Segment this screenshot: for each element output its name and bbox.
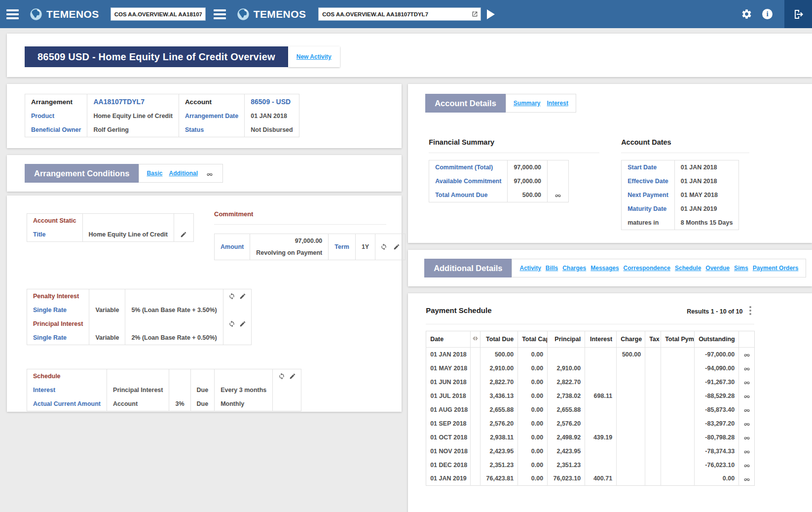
menu-icon[interactable] (6, 9, 19, 19)
value: 86509 - USD (245, 94, 299, 110)
edit-pencil-icon[interactable] (180, 231, 187, 238)
value (169, 383, 190, 397)
payment-row: 01 SEP 20182,576.200.002,576.20-83,297.2… (426, 417, 755, 431)
cell-value (645, 444, 661, 458)
cell-value (617, 389, 645, 403)
value: 3% (169, 397, 190, 411)
cell-value: 2,910.00 (548, 361, 585, 375)
payment-schedule-table: DateTotal DueTotal CapPrincipalInterestC… (426, 331, 755, 486)
date-row: matures in8 Months 15 Days (622, 216, 739, 230)
edit-pencil-icon[interactable] (239, 293, 246, 300)
tab-payment-orders[interactable]: Payment Orders (753, 265, 799, 272)
recurrence-sync-icon[interactable] (228, 320, 235, 328)
value: 8 Months 15 Days (674, 216, 739, 230)
cell-value: 400.71 (585, 472, 617, 486)
cell-value (585, 348, 617, 361)
column-charge[interactable]: Charge (617, 331, 645, 348)
tab-activity[interactable]: Activity (519, 265, 541, 272)
binoculars-icon[interactable] (743, 406, 750, 413)
value: 97,000.00 (508, 174, 548, 188)
binoculars-icon[interactable] (743, 475, 750, 482)
command-line-input-1[interactable] (111, 7, 206, 21)
info-icon[interactable]: i (762, 9, 773, 19)
binoculars-icon[interactable] (743, 351, 750, 358)
binoculars-icon[interactable] (743, 364, 750, 372)
column-resize-icon[interactable] (471, 331, 480, 348)
tab-bills[interactable]: Bills (546, 265, 558, 272)
arrangement-summary-card: ArrangementAA18107TDYL7Account86509 - US… (7, 84, 402, 148)
binoculars-icon[interactable] (743, 420, 750, 427)
commitment-note: Revolving on Payment (256, 249, 322, 256)
launch-icon[interactable] (471, 10, 479, 18)
cell-value: -83,297.20 (695, 417, 739, 431)
tab-charges[interactable]: Charges (562, 265, 586, 272)
tab-overdue[interactable]: Overdue (705, 265, 730, 272)
binoculars-icon[interactable] (554, 192, 561, 199)
cell-value (661, 389, 695, 403)
cell-value: 76,023.10 (548, 472, 585, 486)
more-options-icon[interactable] (747, 304, 753, 317)
table-row: Account Static (27, 214, 194, 228)
rate-value: 2% (Loan Base Rate + 0.50%) (125, 331, 223, 345)
value: 97,000.00 (508, 160, 548, 175)
binoculars-icon[interactable] (743, 392, 750, 399)
table-row: Title Home Equity Line of Credit (27, 228, 194, 242)
cell-value: -80,798.28 (695, 431, 739, 444)
binoculars-icon[interactable] (743, 461, 750, 469)
new-activity-link[interactable]: New Activity (296, 53, 332, 60)
edit-pencil-icon[interactable] (239, 320, 246, 328)
cell-date: 01 JUN 2018 (426, 375, 471, 389)
run-button[interactable] (487, 9, 495, 19)
command-line-input-2[interactable] (318, 7, 481, 21)
column-tax[interactable]: Tax (645, 331, 661, 348)
summary-row: Available Commitment97,000.00 (429, 174, 569, 188)
column-outstanding[interactable]: Outstanding (695, 331, 739, 348)
tab-interest[interactable]: Interest (547, 100, 568, 107)
brand-text: TEMENOS (46, 8, 99, 20)
payment-row: 01 JAN 2018500.000.00500.00-97,000.00 (426, 348, 755, 361)
payment-row: 01 OCT 20182,938.110.002,498.92439.19-80… (426, 431, 755, 444)
tab-additional[interactable]: Additional (169, 170, 198, 177)
cell-value: 0.00 (518, 375, 548, 389)
cell-value (585, 444, 617, 458)
menu-icon-2[interactable] (214, 9, 226, 19)
edit-pencil-icon[interactable] (289, 373, 296, 380)
column-total-pymt[interactable]: Total Pymt (661, 331, 695, 348)
value: Due (190, 397, 215, 411)
column-date[interactable]: Date (426, 331, 471, 348)
binoculars-icon[interactable] (206, 169, 213, 178)
cell-date: 01 DEC 2018 (426, 458, 471, 472)
temenos-logo: TEMENOS (29, 7, 99, 21)
recurrence-sync-icon[interactable] (278, 373, 285, 380)
label: Maturity Date (622, 202, 675, 216)
value: Every 3 months (215, 383, 273, 397)
recurrence-sync-icon[interactable] (380, 243, 387, 251)
binoculars-icon[interactable] (743, 378, 750, 386)
icon-cell (223, 317, 251, 331)
tab-messages[interactable]: Messages (591, 265, 619, 272)
payment-row: 01 JUN 20182,822.700.002,822.70-91,267.3… (426, 375, 755, 389)
cell-value (617, 472, 645, 486)
settings-gear-icon[interactable] (741, 8, 752, 20)
column-principal[interactable]: Principal (548, 331, 585, 348)
recurrence-sync-icon[interactable] (228, 293, 235, 300)
commitment-block: Commitment Amount 97,000.00 Revolving on… (214, 210, 386, 260)
cell-date: 01 NOV 2018 (426, 444, 471, 458)
cell-value (661, 375, 695, 389)
column-total-cap[interactable]: Total Cap (518, 331, 548, 348)
logout-button[interactable] (784, 0, 812, 28)
tab-schedule[interactable]: Schedule (675, 265, 701, 272)
column-interest[interactable]: Interest (585, 331, 617, 348)
edit-pencil-icon[interactable] (393, 243, 400, 251)
tab-sims[interactable]: Sims (734, 265, 748, 272)
tab-summary[interactable]: Summary (514, 100, 541, 107)
field-value: Home Equity Line of Credit (82, 228, 174, 242)
column-total-due[interactable]: Total Due (480, 331, 518, 348)
binoculars-icon[interactable] (743, 447, 750, 455)
cell-value (645, 472, 661, 486)
tab-basic[interactable]: Basic (147, 170, 162, 177)
tab-correspondence[interactable]: Correspondence (624, 265, 670, 272)
binoculars-icon[interactable] (743, 433, 750, 441)
label: Product (25, 109, 87, 123)
cell-value: 2,351.23 (480, 458, 518, 472)
